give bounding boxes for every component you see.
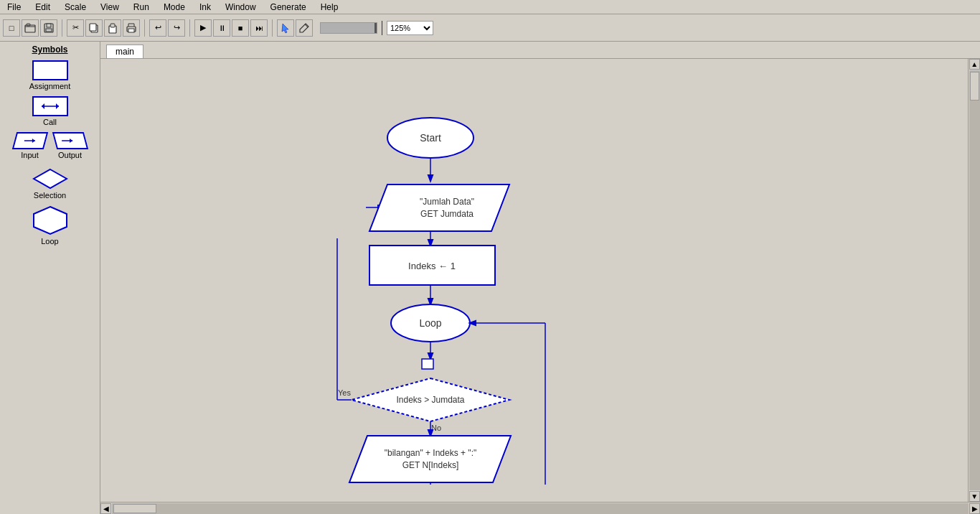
- input-shape: [11, 132, 47, 149]
- assignment-shape: [32, 60, 68, 80]
- open-button[interactable]: [22, 19, 39, 37]
- svg-rect-4: [46, 29, 52, 32]
- svg-text:"Jumlah Data": "Jumlah Data": [420, 197, 474, 207]
- svg-marker-44: [349, 436, 511, 482]
- symbol-assignment[interactable]: Assignment: [3, 60, 97, 90]
- copy-button[interactable]: [85, 19, 103, 37]
- symbol-selection[interactable]: Selection: [3, 168, 97, 200]
- symbol-output[interactable]: Output: [55, 132, 86, 159]
- scroll-left-button[interactable]: ◀: [100, 503, 111, 514]
- svg-text:Start: Start: [420, 132, 441, 144]
- menu-generate[interactable]: Generate: [266, 2, 311, 12]
- vertical-scrollbar[interactable]: ▲ ▼: [968, 59, 980, 502]
- toolbar: □ ✂ ↩ ↪ ▶ ⏸ ■ ⏭ 125% 100% 75% 150%: [0, 14, 980, 42]
- flowchart-svg: Start "Jumlah Data" GET Jumdata Indeks ←…: [100, 59, 746, 485]
- redo-button[interactable]: ↪: [168, 19, 185, 37]
- tab-bar: main: [100, 42, 980, 59]
- svg-rect-3: [47, 24, 51, 27]
- svg-marker-13: [56, 103, 59, 109]
- call-label: Call: [43, 118, 57, 126]
- menu-help[interactable]: Help: [316, 2, 343, 12]
- paste-button[interactable]: [104, 19, 121, 37]
- symbols-title: Symbols: [3, 45, 97, 55]
- zoom-slider[interactable]: [320, 22, 377, 34]
- scroll-up-button[interactable]: ▲: [969, 59, 980, 70]
- input-output-row: Input Output: [3, 132, 97, 165]
- horizontal-scrollbar[interactable]: ◀ ▶: [100, 502, 980, 514]
- svg-rect-6: [90, 24, 96, 31]
- separator-3: [189, 19, 190, 37]
- scroll-thumb[interactable]: [970, 72, 979, 101]
- menu-window[interactable]: Window: [221, 2, 260, 12]
- stop-button[interactable]: ■: [232, 19, 249, 37]
- svg-marker-19: [34, 169, 67, 188]
- svg-marker-14: [42, 103, 44, 109]
- output-shape: [52, 132, 88, 149]
- undo-button[interactable]: ↩: [149, 19, 166, 37]
- input-label: Input: [21, 151, 38, 159]
- svg-text:Indeks > Jumdata: Indeks > Jumdata: [396, 395, 464, 405]
- save-button[interactable]: [40, 19, 57, 37]
- svg-marker-20: [34, 207, 67, 234]
- tab-main[interactable]: main: [106, 45, 143, 58]
- svg-text:Yes: Yes: [338, 388, 351, 397]
- main-layout: Symbols Assignment Call Input: [0, 42, 980, 514]
- svg-text:GET Jumdata: GET Jumdata: [420, 209, 473, 219]
- svg-text:GET N[Indeks]: GET N[Indeks]: [402, 460, 458, 470]
- new-button[interactable]: □: [3, 19, 20, 37]
- svg-rect-10: [128, 29, 134, 32]
- flowchart-canvas[interactable]: Start "Jumlah Data" GET Jumdata Indeks ←…: [100, 59, 968, 485]
- selection-shape: [32, 168, 68, 190]
- symbols-panel: Symbols Assignment Call Input: [0, 42, 100, 514]
- svg-text:Indeks ← 1: Indeks ← 1: [408, 261, 456, 271]
- menu-edit[interactable]: Edit: [31, 2, 55, 12]
- h-scroll-track: [112, 503, 969, 514]
- loop-shape: [32, 205, 68, 235]
- step-forward-button[interactable]: ▶: [194, 19, 212, 37]
- pause-button[interactable]: ⏸: [213, 19, 230, 37]
- menu-run[interactable]: Run: [129, 2, 154, 12]
- menu-view[interactable]: View: [96, 2, 123, 12]
- menubar: File Edit Scale View Run Mode Ink Window…: [0, 0, 980, 14]
- symbol-loop[interactable]: Loop: [3, 205, 97, 246]
- svg-rect-35: [422, 359, 433, 369]
- selection-label: Selection: [34, 191, 66, 200]
- separator-1: [62, 19, 62, 37]
- svg-rect-8: [110, 24, 115, 27]
- zoom-select[interactable]: 125% 100% 75% 150%: [387, 21, 433, 35]
- menu-file[interactable]: File: [3, 2, 25, 12]
- scroll-down-button[interactable]: ▼: [969, 491, 980, 502]
- scroll-right-button[interactable]: ▶: [969, 503, 980, 514]
- svg-text:"bilangan" + Indeks + ":": "bilangan" + Indeks + ":": [385, 448, 476, 458]
- svg-marker-25: [369, 184, 509, 231]
- separator-2: [144, 19, 145, 37]
- menu-mode[interactable]: Mode: [159, 2, 189, 12]
- scroll-track: [969, 70, 980, 490]
- pointer-button[interactable]: [277, 19, 294, 37]
- svg-text:Loop: Loop: [419, 317, 441, 329]
- print-button[interactable]: [123, 19, 140, 37]
- symbol-call[interactable]: Call: [3, 96, 97, 126]
- svg-marker-16: [32, 139, 34, 143]
- canvas-area: main Start: [100, 42, 980, 514]
- svg-text:No: No: [431, 424, 441, 432]
- menu-scale[interactable]: Scale: [60, 2, 90, 12]
- pencil-button[interactable]: [296, 19, 313, 37]
- svg-marker-18: [70, 139, 72, 143]
- separator-4: [272, 19, 273, 37]
- cut-button[interactable]: ✂: [67, 19, 84, 37]
- h-scroll-thumb[interactable]: [113, 504, 156, 513]
- step-end-button[interactable]: ⏭: [250, 19, 268, 37]
- menu-ink[interactable]: Ink: [195, 2, 215, 12]
- call-shape: [32, 96, 68, 116]
- symbol-input[interactable]: Input: [14, 132, 46, 159]
- output-label: Output: [58, 151, 82, 159]
- assignment-label: Assignment: [29, 82, 70, 90]
- zoom-control: 125% 100% 75% 150%: [320, 21, 433, 35]
- canvas-container: Start "Jumlah Data" GET Jumdata Indeks ←…: [100, 59, 980, 502]
- loop-label: Loop: [41, 237, 58, 246]
